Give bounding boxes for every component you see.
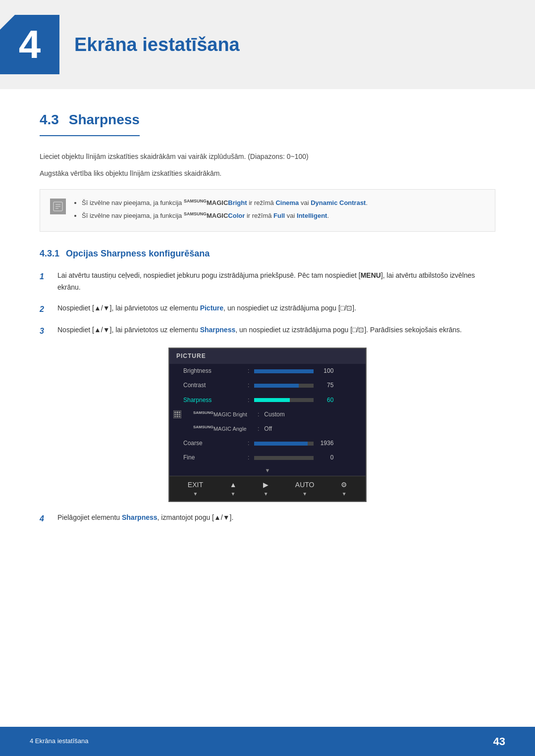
step-3: 3 Nospiediet [▲/▼], lai pārvietotos uz e…: [40, 324, 495, 338]
menu-item-magic-bright: SAMSUNGMAGIC Bright : Custom: [169, 407, 366, 422]
description-2: Augstāka vērtība liks objektu līnijām iz…: [40, 168, 495, 179]
menu-item-coarse: Coarse : 1936: [169, 436, 366, 451]
note-icon: [50, 199, 66, 214]
description-1: Lieciet objektu līnijām izskatīties skai…: [40, 151, 495, 162]
menu-item-sharpness: Sharpness : 60: [169, 393, 366, 407]
step-number-1: 1: [40, 270, 50, 283]
chapter-number: 4: [0, 15, 59, 74]
footer-enter: ▶ ▼: [263, 479, 268, 498]
menu-item-contrast: Contrast : 75: [169, 378, 366, 393]
screen-footer: EXIT ▼ ▲ ▼ ▶ ▼ AUTO ▼ ⚙ ▼: [169, 476, 366, 501]
footer-settings: ⚙ ▼: [341, 479, 347, 498]
footer-auto: AUTO ▼: [295, 479, 315, 498]
steps-list: 1 Lai atvērtu taustiņu ceļvedi, nospiedi…: [40, 270, 495, 338]
footer-chapter-label: 4 Ekrāna iestatīšana: [30, 736, 89, 747]
step-2: 2 Nospiediet [▲/▼], lai pārvietotos uz e…: [40, 302, 495, 316]
scroll-indicator: ▼: [169, 465, 366, 476]
section-title: 4.3 Sharpness: [40, 109, 140, 136]
chapter-title: Ekrāna iestatīšana: [74, 30, 240, 60]
footer-page-number: 43: [493, 733, 505, 750]
note-box: Šī izvēlne nav pieejama, ja funkcija SAM…: [40, 189, 495, 232]
chapter-header: 4 Ekrāna iestatīšana: [0, 0, 535, 89]
main-content: 4.3 Sharpness Lieciet objektu līnijām iz…: [0, 109, 535, 574]
menu-item-brightness: Brightness : 100: [169, 364, 366, 378]
step-1: 1 Lai atvērtu taustiņu ceļvedi, nospiedi…: [40, 270, 495, 294]
step-text-4: Pielāgojiet elementu Sharpness, izmantoj…: [57, 512, 495, 524]
step-number-4: 4: [40, 512, 50, 525]
step-text-1: Lai atvērtu taustiņu ceļvedi, nospiediet…: [57, 270, 495, 294]
step-number-3: 3: [40, 325, 50, 338]
magic-bright-icon: [173, 410, 181, 418]
step-number-2: 2: [40, 303, 50, 316]
page-footer: 4 Ekrāna iestatīšana 43: [0, 727, 535, 756]
step-4: 4 Pielāgojiet elementu Sharpness, izmant…: [40, 512, 495, 525]
footer-up: ▲ ▼: [230, 479, 237, 498]
step-text-3: Nospiediet [▲/▼], lai pārvietotos uz ele…: [57, 324, 495, 336]
subsection-title: 4.3.1 Opcijas Sharpness konfigurēšana: [40, 247, 495, 261]
menu-item-fine: Fine : 0: [169, 451, 366, 465]
screen-header: PICTURE: [169, 349, 366, 364]
step-text-2: Nospiediet [▲/▼], lai pārvietotos uz ele…: [57, 302, 495, 314]
note-lines: Šī izvēlne nav pieejama, ja funkcija SAM…: [74, 198, 368, 224]
monitor-screenshot: PICTURE Brightness : 100 Contrast : 75: [168, 348, 367, 502]
monitor-screen: PICTURE Brightness : 100 Contrast : 75: [168, 348, 367, 502]
menu-item-magic-angle: SAMSUNGMAGIC Angle : Off: [169, 422, 366, 436]
footer-exit: EXIT ▼: [188, 479, 203, 498]
